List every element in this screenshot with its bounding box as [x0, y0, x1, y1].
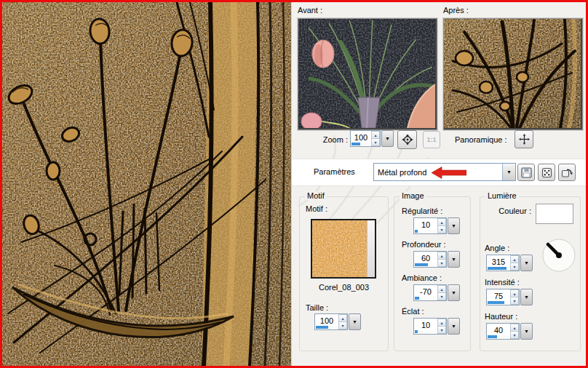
spin-up-button[interactable]: ▴ [510, 289, 519, 297]
eclat-label: Éclat : [402, 307, 424, 316]
presets-combobox[interactable]: Métal profond ▼ [373, 163, 516, 181]
dropdown-button[interactable]: ▼ [448, 251, 460, 268]
spin-up-button[interactable]: ▴ [510, 324, 519, 331]
spin-down-button[interactable]: ▾ [510, 263, 519, 271]
dropdown-button[interactable]: ▼ [520, 255, 533, 271]
dropdown-button[interactable]: ▼ [448, 318, 460, 335]
hauteur-input[interactable]: 40 [487, 324, 510, 339]
intensite-input[interactable]: 75 [487, 289, 510, 305]
ambiance-spinner: -70 ▴ ▾ ▼ [413, 284, 460, 301]
size-dropdown-button[interactable]: ▼ [349, 313, 361, 330]
dropdown-arrow-icon: ▼ [451, 257, 456, 262]
spin-up-icon: ▴ [513, 326, 515, 330]
image-group-title: Image [400, 191, 426, 200]
spin-down-button[interactable]: ▾ [437, 292, 446, 300]
dropdown-arrow-icon: ▼ [524, 329, 529, 334]
group-image: Image Régularité : 10 ▴ ▾ ▼ Profondeur : [394, 196, 471, 351]
profondeur-label: Profondeur : [402, 240, 446, 249]
zoom-spin-down-button[interactable]: ▾ [371, 138, 380, 146]
effect-dialog-window: Avant : Après : [0, 0, 588, 368]
size-spin-down-button[interactable]: ▾ [338, 321, 347, 329]
regularite-input[interactable]: 10 [414, 218, 437, 233]
dropdown-button[interactable]: ▼ [520, 323, 533, 340]
light-angle-dial[interactable] [541, 238, 576, 273]
spin-down-button[interactable]: ▾ [510, 297, 519, 305]
presets-combo-arrow-button[interactable]: ▼ [502, 164, 515, 180]
profondeur-value: 60 [421, 254, 430, 263]
angle-spinner: 315 ▴ ▾ ▼ [486, 255, 533, 271]
floppy-save-icon [521, 167, 532, 178]
light-angle-dial-face [541, 238, 576, 273]
reset-defaults-icon [561, 167, 573, 178]
pan-button[interactable] [514, 130, 533, 148]
spin-up-button[interactable]: ▴ [437, 319, 446, 326]
spin-down-button[interactable]: ▾ [437, 225, 446, 233]
intensite-label: Intensité : [485, 278, 520, 287]
spin-up-icon: ▴ [513, 292, 515, 296]
spin-down-icon: ▾ [440, 295, 442, 299]
before-preview[interactable] [298, 18, 437, 130]
lumiere-group-title: Lumière [485, 191, 519, 200]
size-input[interactable]: 100 [315, 314, 338, 329]
dropdown-arrow-icon: ▼ [352, 319, 357, 324]
pattern-swatch-scrollbar[interactable] [367, 220, 375, 277]
ambiance-label: Ambiance : [402, 273, 442, 282]
ambiance-input[interactable]: -70 [414, 285, 437, 300]
zoom-label: Zoom : [316, 135, 348, 144]
profondeur-input[interactable]: 60 [414, 252, 437, 267]
couleur-label: Couleur : [488, 207, 531, 215]
pan-label: Panoramique : [455, 135, 507, 144]
dropdown-button[interactable]: ▼ [448, 284, 460, 301]
motif-group-title: Motif [305, 191, 327, 200]
pattern-swatch-button[interactable] [311, 219, 376, 279]
presets-selected-value: Métal profond [374, 168, 502, 177]
randomize-button[interactable] [538, 164, 555, 181]
spin-up-icon: ▴ [374, 133, 376, 137]
spin-down-icon: ▾ [440, 328, 442, 332]
size-meter [316, 326, 338, 329]
spin-down-button[interactable]: ▾ [437, 326, 446, 334]
dropdown-arrow-icon: ▼ [451, 324, 456, 329]
group-motif: Motif Motif : Corel_08_003 Taille : 100 [299, 196, 389, 351]
reset-defaults-button[interactable] [558, 164, 576, 181]
eclat-input[interactable]: 10 [414, 319, 437, 334]
light-color-swatch-button[interactable] [536, 204, 573, 224]
one-to-one-label: 1:1 [426, 136, 436, 143]
dice-random-icon [541, 167, 552, 178]
one-to-one-button: 1:1 [423, 131, 440, 148]
spin-up-button[interactable]: ▴ [437, 285, 446, 292]
regularite-value: 10 [421, 220, 430, 229]
zoom-dropdown-button[interactable]: ▼ [381, 130, 394, 147]
spin-up-button[interactable]: ▴ [437, 252, 446, 259]
size-label: Taille : [306, 303, 328, 312]
regularite-label: Régularité : [402, 207, 442, 215]
presets-label: Paramètres [314, 167, 355, 176]
spin-up-icon: ▴ [513, 257, 515, 262]
before-label: Avant : [298, 6, 322, 15]
locate-proof-button[interactable] [397, 130, 417, 149]
after-preview-image [444, 19, 581, 128]
after-preview[interactable] [443, 18, 583, 130]
zoom-spin-up-button[interactable]: ▴ [371, 131, 380, 138]
dropdown-button[interactable]: ▼ [448, 217, 460, 234]
angle-input[interactable]: 315 [487, 255, 510, 271]
zoom-input[interactable]: 100 [351, 131, 371, 146]
spin-down-button[interactable]: ▾ [510, 331, 519, 339]
main-proof-image[interactable] [2, 2, 291, 366]
dropdown-arrow-icon: ▼ [385, 136, 390, 141]
spin-up-button[interactable]: ▴ [437, 218, 446, 225]
pattern-swatch-texture [312, 220, 367, 277]
regularite-spinner: 10 ▴ ▾ ▼ [413, 217, 460, 234]
spin-down-button[interactable]: ▾ [437, 259, 446, 267]
spin-down-icon: ▾ [374, 140, 376, 145]
save-preset-button[interactable] [517, 164, 535, 181]
spin-up-button[interactable]: ▴ [510, 255, 519, 263]
size-spin-up-button[interactable]: ▴ [338, 314, 347, 321]
hauteur-spinner: 40 ▴ ▾ ▼ [486, 323, 533, 340]
spin-up-icon: ▴ [341, 316, 343, 321]
hauteur-value: 40 [494, 326, 503, 335]
dropdown-button[interactable]: ▼ [520, 289, 533, 305]
spin-down-icon: ▾ [440, 228, 442, 232]
angle-value: 315 [492, 257, 505, 266]
zoom-value: 100 [354, 133, 368, 142]
